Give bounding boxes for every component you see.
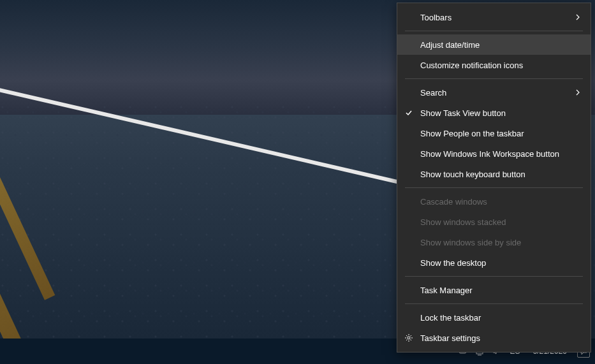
menu-item-toolbars[interactable]: Toolbars — [397, 7, 591, 27]
menu-item-cascade-windows: Cascade windows — [397, 191, 591, 212]
menu-separator — [405, 187, 583, 188]
menu-separator — [405, 303, 583, 304]
menu-item-adjust-date-time[interactable]: Adjust date/time — [397, 34, 591, 55]
menu-item-label: Toolbars — [420, 13, 452, 22]
menu-item-label: Lock the taskbar — [420, 313, 481, 323]
menu-item-label: Cascade windows — [420, 197, 487, 207]
menu-item-label: Taskbar settings — [420, 333, 480, 343]
menu-item-label: Show People on the taskbar — [420, 129, 524, 138]
menu-item-label: Show Windows Ink Workspace button — [420, 149, 559, 159]
gear-icon — [404, 333, 414, 343]
menu-item-label: Adjust date/time — [420, 40, 480, 50]
menu-item-show-windows-ink-workspace-button[interactable]: Show Windows Ink Workspace button — [397, 143, 591, 164]
chevron-right-icon — [574, 13, 582, 21]
chevron-right-icon — [574, 89, 582, 96]
menu-item-task-manager[interactable]: Task Manager — [397, 280, 591, 300]
menu-item-lock-the-taskbar[interactable]: Lock the taskbar — [397, 307, 591, 328]
menu-item-label: Show windows stacked — [420, 217, 506, 227]
menu-item-show-touch-keyboard-button[interactable]: Show touch keyboard button — [397, 164, 591, 184]
check-icon — [404, 108, 414, 118]
menu-separator — [405, 78, 583, 79]
menu-item-label: Task Manager — [420, 286, 473, 295]
menu-item-show-the-desktop[interactable]: Show the desktop — [397, 252, 591, 273]
menu-item-show-windows-side-by-side: Show windows side by side — [397, 232, 591, 252]
menu-item-show-task-view-button[interactable]: Show Task View button — [397, 103, 591, 123]
menu-item-label: Show the desktop — [420, 258, 486, 268]
menu-item-label: Customize notification icons — [420, 61, 523, 70]
menu-item-label: Show Task View button — [420, 108, 506, 118]
menu-item-label: Show windows side by side — [420, 238, 521, 247]
menu-separator — [405, 31, 583, 31]
menu-item-show-windows-stacked: Show windows stacked — [397, 212, 591, 232]
menu-item-taskbar-settings[interactable]: Taskbar settings — [397, 328, 591, 348]
menu-item-label: Search — [420, 88, 446, 98]
menu-separator — [405, 276, 583, 277]
menu-item-show-people-on-the-taskbar[interactable]: Show People on the taskbar — [397, 123, 591, 143]
menu-item-label: Show touch keyboard button — [420, 170, 525, 179]
svg-point-2 — [408, 337, 410, 339]
taskbar-context-menu: ToolbarsAdjust date/timeCustomize notifi… — [397, 3, 591, 353]
menu-item-customize-notification-icons[interactable]: Customize notification icons — [397, 55, 591, 75]
menu-item-search[interactable]: Search — [397, 82, 591, 103]
